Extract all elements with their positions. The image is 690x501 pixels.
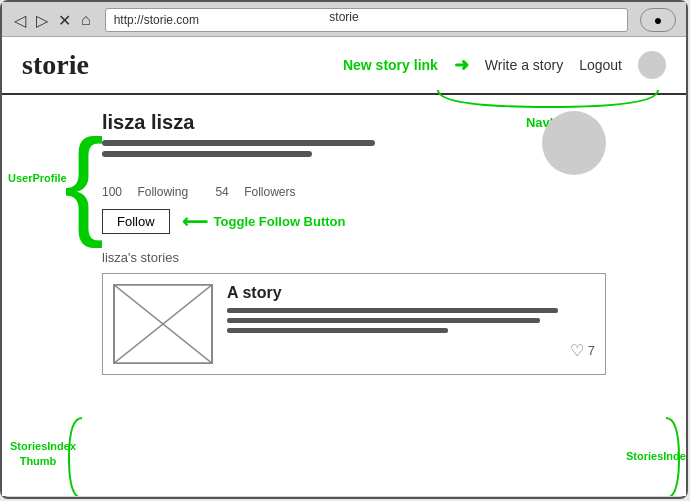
search-button[interactable]: ● — [640, 8, 676, 32]
stories-thumb-brace-svg — [64, 413, 84, 496]
navbar: storie New story link ➜ Write a story Lo… — [2, 37, 686, 95]
user-profile-label: UserProfile — [8, 171, 64, 185]
following-label: Following — [137, 185, 188, 199]
following-count: 100 Following — [102, 185, 203, 199]
story-desc-line-1 — [227, 308, 558, 313]
site-logo: storie — [22, 49, 89, 81]
story-desc-line-3 — [227, 328, 448, 333]
logout-button[interactable]: Logout — [579, 57, 622, 73]
profile-section: lisza lisza 100 Following 54 Followers — [102, 111, 686, 234]
likes-count: 7 — [588, 343, 595, 358]
home-button[interactable]: ⌂ — [79, 11, 93, 29]
new-story-arrow-icon: ➜ — [454, 54, 469, 76]
follow-stats: 100 Following 54 Followers — [102, 185, 606, 199]
heart-icon[interactable]: ♡ — [570, 341, 584, 360]
followers-number: 54 — [215, 185, 228, 199]
story-info: A story ♡ 7 — [227, 284, 595, 360]
toggle-annotation: ⟵ Toggle Follow Button — [182, 211, 346, 233]
thumbnail-placeholder-svg — [114, 285, 212, 363]
story-desc-line-2 — [227, 318, 540, 323]
followers-label: Followers — [244, 185, 295, 199]
profile-bio-line-2 — [102, 151, 312, 157]
back-button[interactable]: ◁ — [12, 11, 28, 30]
story-title[interactable]: A story — [227, 284, 595, 302]
toggle-label: Toggle Follow Button — [214, 214, 346, 229]
browser-titlebar: storie ◁ ▷ ✕ ⌂ ● — [2, 2, 686, 37]
navbar-right: New story link ➜ Write a story Logout — [343, 51, 666, 79]
stories-section: lisza's stories A story — [102, 250, 686, 375]
navbar-brace-svg — [428, 85, 668, 113]
main-area: { UserProfile lisza lisza 100 Following — [2, 111, 686, 496]
search-icon: ● — [654, 12, 662, 28]
user-profile-brace: { — [64, 121, 104, 241]
stories-index-thumb-label: StoriesIndex Thumb — [10, 439, 66, 468]
forward-button[interactable]: ▷ — [34, 11, 50, 30]
follow-button-row: Follow ⟵ Toggle Follow Button — [102, 209, 606, 234]
stories-container: A story ♡ 7 — [102, 273, 606, 375]
follow-button[interactable]: Follow — [102, 209, 170, 234]
close-button[interactable]: ✕ — [56, 11, 73, 30]
stories-index-label: StoriesIndex — [626, 449, 682, 463]
address-bar[interactable] — [105, 8, 628, 32]
new-story-link[interactable]: New story link — [343, 57, 438, 73]
profile-info: lisza lisza — [102, 111, 522, 162]
browser-title: storie — [329, 10, 358, 24]
browser-window: storie ◁ ▷ ✕ ⌂ ● storie New story link ➜… — [0, 0, 688, 499]
profile-name: lisza lisza — [102, 111, 522, 134]
write-story-button[interactable]: Write a story — [485, 57, 563, 73]
user-avatar[interactable] — [638, 51, 666, 79]
stories-label: lisza's stories — [102, 250, 606, 265]
toggle-arrow-icon: ⟵ — [182, 211, 208, 233]
following-number: 100 — [102, 185, 122, 199]
story-thumbnail[interactable] — [113, 284, 213, 364]
followers-count: 54 Followers — [215, 185, 307, 199]
story-likes: ♡ 7 — [227, 341, 595, 360]
profile-bio-line-1 — [102, 140, 375, 146]
page-content: storie New story link ➜ Write a story Lo… — [2, 37, 686, 496]
profile-header: lisza lisza — [102, 111, 606, 175]
profile-avatar — [542, 111, 606, 175]
